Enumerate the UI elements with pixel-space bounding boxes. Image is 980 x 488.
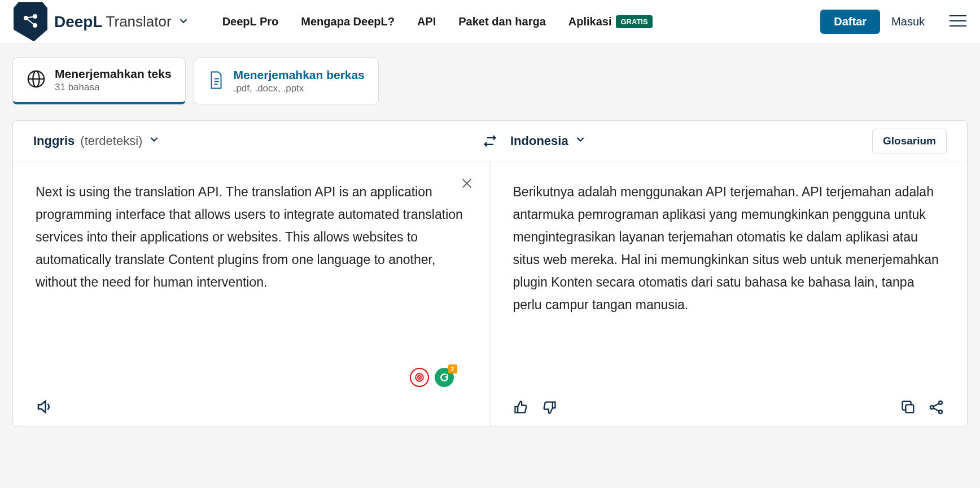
- nav-why[interactable]: Mengapa DeepL?: [301, 15, 395, 28]
- thumbs-down-button[interactable]: [541, 399, 557, 415]
- svg-line-24: [933, 408, 939, 411]
- grammarly-icon[interactable]: 2: [435, 368, 454, 387]
- svg-point-18: [418, 377, 419, 378]
- chevron-down-icon: [148, 133, 160, 149]
- nav-api[interactable]: API: [417, 15, 436, 28]
- tab-translate-file[interactable]: Menerjemahkan berkas .pdf, .docx, .pptx: [194, 58, 379, 104]
- target-language-button[interactable]: Indonesia: [510, 133, 587, 149]
- copy-button[interactable]: [900, 399, 916, 415]
- tab-text-title: Menerjemahkan teks: [55, 67, 172, 81]
- menu-icon[interactable]: [950, 14, 966, 30]
- translator-panel: Inggris (terdeteksi) Indonesia Glosarium…: [12, 120, 968, 427]
- source-pane: Next is using the translation API. The t…: [13, 161, 491, 427]
- logo[interactable]: DeepL Translator: [14, 2, 190, 42]
- mode-tabs: Menerjemahkan teks 31 bahasa Menerjemahk…: [0, 44, 980, 104]
- nav-apps[interactable]: Aplikasi GRATIS: [568, 15, 653, 28]
- floating-widgets: 2: [410, 368, 454, 387]
- tab-translate-text[interactable]: Menerjemahkan teks 31 bahasa: [12, 58, 186, 104]
- source-language-label: Inggris: [33, 134, 75, 148]
- target-language-label: Indonesia: [510, 134, 568, 148]
- gratis-badge: GRATIS: [616, 15, 652, 28]
- clear-button[interactable]: [461, 177, 473, 190]
- target-pane: Berikutnya adalah menggunakan API terjem…: [491, 161, 968, 427]
- tab-file-title: Menerjemahkan berkas: [234, 68, 365, 82]
- source-text-input[interactable]: Next is using the translation API. The t…: [36, 181, 467, 390]
- svg-rect-19: [905, 405, 913, 412]
- svg-line-4: [26, 18, 35, 25]
- chevron-down-icon: [574, 133, 587, 149]
- auth-area: Daftar Masuk: [820, 10, 966, 34]
- source-detected-label: (terdeteksi): [80, 134, 142, 148]
- translation-panes: Next is using the translation API. The t…: [13, 161, 967, 427]
- header: DeepL Translator DeepL Pro Mengapa DeepL…: [0, 0, 980, 44]
- signup-button[interactable]: Daftar: [820, 10, 880, 34]
- brand-suffix: Translator: [106, 13, 172, 30]
- brand-name: DeepL: [54, 13, 103, 31]
- globe-icon: [27, 69, 46, 91]
- svg-line-23: [933, 403, 939, 407]
- glossary-button[interactable]: Glosarium: [872, 129, 947, 153]
- nav-pro[interactable]: DeepL Pro: [222, 15, 279, 28]
- target-icon[interactable]: [410, 368, 429, 387]
- chevron-down-icon[interactable]: [177, 15, 190, 29]
- thumbs-up-button[interactable]: [513, 399, 529, 415]
- document-icon: [208, 71, 225, 92]
- share-button[interactable]: [929, 399, 944, 415]
- speaker-icon[interactable]: [36, 398, 53, 415]
- nav-pricing[interactable]: Paket dan harga: [458, 15, 546, 28]
- swap-languages-button[interactable]: [482, 133, 498, 149]
- nav-apps-label: Aplikasi: [568, 15, 612, 28]
- logo-icon: [14, 2, 47, 42]
- source-language-button[interactable]: Inggris (terdeteksi): [33, 133, 160, 149]
- login-link[interactable]: Masuk: [891, 15, 925, 28]
- target-text-output: Berikutnya adalah menggunakan API terjem…: [513, 181, 945, 392]
- tab-text-sub: 31 bahasa: [55, 82, 172, 93]
- tab-file-sub: .pdf, .docx, .pptx: [234, 83, 365, 94]
- language-bar: Inggris (terdeteksi) Indonesia Glosarium: [13, 121, 967, 161]
- main-nav: DeepL Pro Mengapa DeepL? API Paket dan h…: [222, 15, 821, 28]
